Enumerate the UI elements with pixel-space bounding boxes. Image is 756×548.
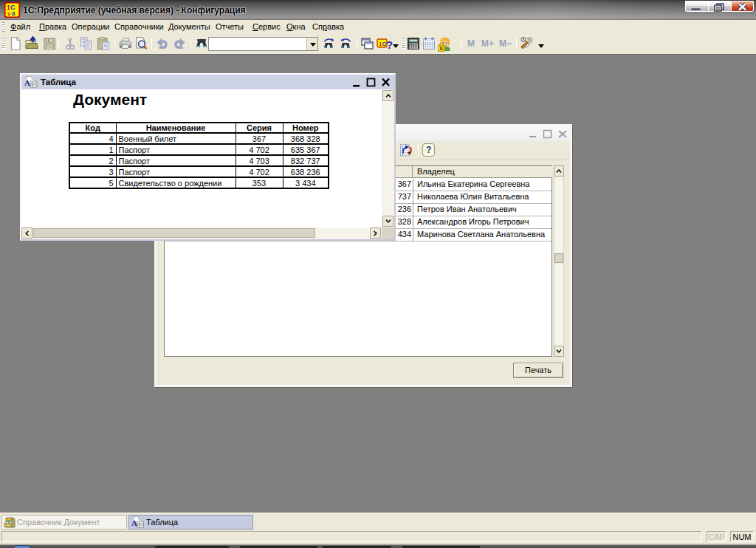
- svg-text:A: A: [24, 78, 30, 87]
- svg-text:?: ?: [386, 38, 393, 51]
- svg-text:A: A: [131, 518, 137, 527]
- svg-text:8: 8: [12, 10, 16, 17]
- svg-text:v: v: [7, 10, 11, 17]
